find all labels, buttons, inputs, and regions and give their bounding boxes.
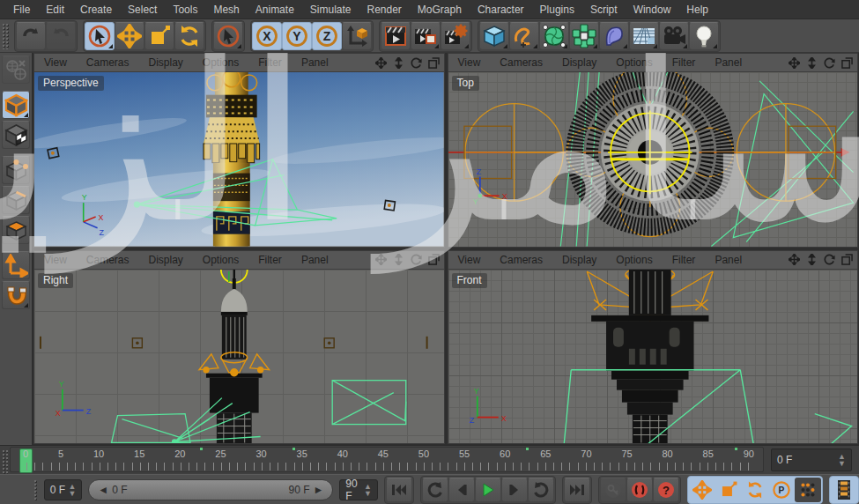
timeline-tick-label[interactable]: 0 xyxy=(23,448,28,462)
viewport-menu-item[interactable]: Panel xyxy=(292,254,338,266)
timeline-tick-label[interactable]: 40 xyxy=(337,448,348,462)
play-button[interactable] xyxy=(475,478,501,502)
viewport-menu-item[interactable]: Panel xyxy=(705,56,752,69)
menu-item[interactable]: Character xyxy=(470,4,532,16)
help-button[interactable]: ? xyxy=(653,478,679,502)
pan-view-icon[interactable] xyxy=(375,57,387,69)
viewport-front[interactable]: ViewCamerasDisplayOptionsFilterPanel Fro… xyxy=(448,250,859,445)
make-editable-button[interactable] xyxy=(2,56,30,84)
timeline-tick-label[interactable]: 30 xyxy=(255,448,266,462)
model-mode-button[interactable] xyxy=(2,91,30,119)
right-canvas[interactable]: Y Z X xyxy=(34,270,444,444)
viewport-menu-item[interactable]: View xyxy=(448,56,491,69)
texture-mode-button[interactable] xyxy=(2,121,30,149)
pan-view-icon[interactable] xyxy=(789,57,800,69)
perspective-canvas[interactable]: Y X Z xyxy=(34,72,444,247)
toolbar-grip[interactable] xyxy=(2,23,9,49)
coordinate-system-button[interactable] xyxy=(342,22,372,50)
timeline-tick-label[interactable]: 70 xyxy=(581,448,591,462)
rotate-view-icon[interactable] xyxy=(824,254,835,265)
menu-item[interactable]: Simulate xyxy=(302,4,359,16)
timeline-tick-label[interactable]: 5 xyxy=(58,448,63,462)
next-frame-button[interactable] xyxy=(501,478,528,502)
front-canvas[interactable]: Y X Z xyxy=(448,270,858,444)
record-position-button[interactable] xyxy=(689,478,715,502)
menu-item[interactable]: Help xyxy=(678,4,716,16)
goto-start-button[interactable] xyxy=(386,478,412,502)
viewport-menu-item[interactable]: Filter xyxy=(248,254,292,266)
add-spline-button[interactable] xyxy=(509,22,539,50)
viewport-menu-item[interactable]: Options xyxy=(193,56,248,69)
pan-view-icon[interactable] xyxy=(375,254,387,265)
rotate-view-icon[interactable] xyxy=(411,254,422,265)
viewport-menu-item[interactable]: Filter xyxy=(248,56,292,69)
viewport-menu-item[interactable]: Display xyxy=(552,254,606,266)
menu-item[interactable]: Tools xyxy=(165,4,205,16)
green-light-cone[interactable] xyxy=(564,369,851,443)
live-selection-button[interactable] xyxy=(85,22,115,50)
filmstrip-button[interactable] xyxy=(831,478,857,502)
toggle-view-icon[interactable] xyxy=(428,57,440,69)
timeline-tick-label[interactable]: 10 xyxy=(93,448,104,462)
zoom-view-icon[interactable] xyxy=(393,254,404,265)
viewport-top[interactable]: ViewCamerasDisplayOptionsFilterPanel Top xyxy=(448,53,859,248)
add-camera-button[interactable] xyxy=(659,22,689,50)
start-frame-field[interactable]: 0 F ▲▼ xyxy=(44,479,83,500)
timeline-tick-label[interactable]: 90 xyxy=(744,448,754,462)
viewport-menu-item[interactable]: Display xyxy=(138,254,192,266)
timeline-tick-label[interactable]: 85 xyxy=(703,448,714,462)
add-deformer-button[interactable] xyxy=(599,22,629,50)
timeline-tick-label[interactable]: 75 xyxy=(621,448,632,462)
timeline-tick-label[interactable]: 45 xyxy=(378,448,389,462)
timeline-tick-label[interactable]: 80 xyxy=(663,448,673,462)
timeline-tick-label[interactable]: 55 xyxy=(459,448,470,462)
zoom-view-icon[interactable] xyxy=(393,57,404,69)
rotate-tool-button[interactable] xyxy=(174,22,204,50)
viewport-perspective[interactable]: ViewCamerasDisplayOptionsFilterPanel Per… xyxy=(33,53,445,248)
menu-item[interactable]: File xyxy=(5,4,38,16)
timeline-tick-label[interactable]: 65 xyxy=(540,448,551,462)
viewport-menu-item[interactable]: Options xyxy=(606,56,662,69)
menu-item[interactable]: Render xyxy=(359,4,410,16)
start-frame-stepper-icon[interactable]: ▲▼ xyxy=(68,483,76,497)
current-frame-field[interactable]: 0 F ▲▼ xyxy=(771,448,852,471)
viewport-menu-item[interactable]: Options xyxy=(193,254,248,266)
render-view-button[interactable] xyxy=(381,22,411,50)
menu-item[interactable]: Edit xyxy=(38,4,72,16)
viewport-menu-item[interactable]: Cameras xyxy=(77,56,139,69)
frame-range-slider[interactable]: ◄ 0 F 90 F ► xyxy=(88,479,333,500)
previous-frame-button[interactable] xyxy=(448,478,475,502)
next-key-button[interactable] xyxy=(528,478,554,502)
axis-lock-y-button[interactable]: Y xyxy=(282,22,312,50)
menu-item[interactable]: Animate xyxy=(248,4,302,16)
toggle-view-icon[interactable] xyxy=(428,254,440,265)
previous-key-button[interactable] xyxy=(422,478,448,502)
move-tool-button[interactable] xyxy=(115,22,144,50)
frame-stepper-icon[interactable]: ▲▼ xyxy=(838,453,846,467)
add-mograph-button[interactable] xyxy=(569,22,599,50)
goto-end-button[interactable] xyxy=(564,478,590,502)
end-frame-stepper-icon[interactable]: ▲▼ xyxy=(364,483,372,497)
add-environment-button[interactable] xyxy=(629,22,659,50)
timeline-tick-label[interactable]: 50 xyxy=(418,448,429,462)
point-mode-button[interactable] xyxy=(2,156,30,184)
undo-button[interactable] xyxy=(16,22,46,50)
viewport-menu-item[interactable]: View xyxy=(34,56,77,69)
zoom-view-icon[interactable] xyxy=(806,254,818,265)
render-to-picture-viewer-button[interactable] xyxy=(411,22,441,50)
toggle-view-icon[interactable] xyxy=(841,254,853,265)
zoom-view-icon[interactable] xyxy=(806,57,818,69)
timeline-grip[interactable] xyxy=(2,449,8,476)
record-parameter-button[interactable]: P xyxy=(768,478,795,502)
render-settings-button[interactable] xyxy=(441,22,470,50)
pan-view-icon[interactable] xyxy=(789,254,800,265)
viewport-menu-item[interactable]: Filter xyxy=(663,254,706,266)
record-pla-button[interactable] xyxy=(795,478,821,502)
add-cube-button[interactable] xyxy=(479,22,509,50)
viewport-menu-item[interactable]: Filter xyxy=(663,56,706,69)
record-scale-button[interactable] xyxy=(715,478,742,502)
end-frame-field[interactable]: 90 F ▲▼ xyxy=(339,479,378,500)
viewport-menu-item[interactable]: View xyxy=(34,254,77,266)
rotate-view-icon[interactable] xyxy=(824,57,835,69)
menu-item[interactable]: Plugins xyxy=(532,4,582,16)
